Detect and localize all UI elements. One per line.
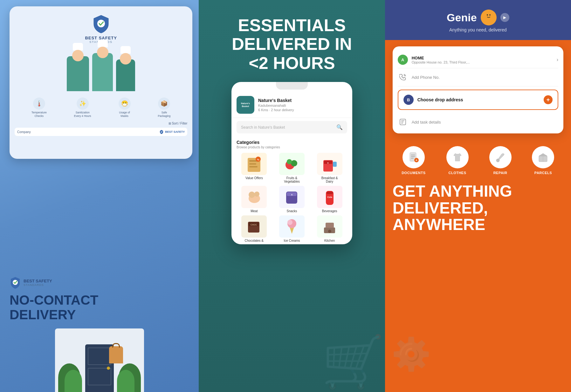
category-ice-creams-label: Ice Creams [284,239,300,242]
genie-cat-parcels[interactable]: PARCELS [532,146,554,175]
svg-point-16 [249,192,255,198]
documents-label: DOCUMENTS [402,171,425,175]
genie-avatar [481,10,497,25]
svg-rect-4 [249,163,256,165]
genie-categories-row: + DOCUMENTS CLOTHES REPAIR [385,140,571,178]
panel3-watermark: ⚙️ [391,335,431,373]
store-info: Nature's Basket Kadubeesanahalli 6 Kms ·… [258,98,294,112]
category-beverages[interactable]: Cola Beverages [312,186,347,213]
parcels-label: PARCELS [534,171,552,175]
category-fruits-veg[interactable]: Fruits &Vegetables [274,153,310,183]
svg-text:+: + [416,159,417,162]
no-contact-title: NO-CONTACT DELIVERY [10,293,98,322]
sort-filter-bar[interactable]: ⊞ Sort / Filter [15,122,187,125]
svg-text:K: K [327,162,329,164]
phone-notch [276,82,308,90]
svg-point-17 [254,192,259,197]
safety-item-sanitization: ✨ SanitizationEvery 4 Hours [74,98,91,118]
play-button[interactable]: ▶ [500,13,509,22]
svg-point-47 [496,159,499,162]
clothes-label: CLOTHES [448,171,466,175]
genie-cat-repair[interactable]: REPAIR [489,146,512,175]
svg-text:a: a [292,193,293,196]
category-value-offers[interactable]: % Value Offers [237,153,272,183]
drop-address-label: Choose drop address [417,97,540,102]
genie-app-name: Genie [447,11,477,24]
best-safety-label: BEST SAFETY [165,130,185,133]
category-grid: % Value Offers Fruits &Vegetables K [237,153,347,242]
categories-title: Categories [237,140,347,145]
repair-icon [489,146,512,168]
categories-section: Categories Browse products by categories… [231,137,352,244]
svg-point-29 [287,220,292,225]
store-location: Kadubeesanahalli [258,104,294,107]
headline-line3: <2 HOURS [232,54,352,72]
svg-rect-22 [327,192,333,194]
category-snacks[interactable]: a Snacks [274,186,310,213]
task-label: Add task details [412,120,441,125]
headline-line1: ESSENTIALS [232,16,352,35]
svg-point-32 [328,230,331,233]
essentials-headline: ESSENTIALS DELIVERED IN <2 HOURS [219,0,365,82]
get-anything-title: GET ANYTHING DELIVERED, ANYWHERE [385,178,571,233]
store-logo: Nature'sBasket [237,96,254,114]
safety-badge: BEST SAFETY STANDARDS [10,276,98,289]
category-breakfast[interactable]: K Breakfast &Dairy [312,153,347,183]
address-detail: Opposite House no. 23, Third Floor,... [412,60,553,64]
category-kitchen-label: Kitchen [324,239,335,242]
address-arrow-icon: › [557,57,558,63]
address-info: HOME Opposite House no. 23, Third Floor,… [412,56,553,64]
phone-row[interactable]: Add Phone No. [398,68,558,86]
category-snacks-label: Snacks [287,209,297,213]
phone-mockup-2: Nature'sBasket Nature's Basket Kadubeesa… [231,82,352,244]
shield-icon [93,15,110,34]
category-ice-creams[interactable]: Ice Creams [274,215,310,242]
search-bar[interactable]: Search in Nature's Basket 🔍 [237,121,347,133]
plus-button[interactable]: + [544,95,553,104]
category-fruits-veg-label: Fruits &Vegetables [284,176,300,183]
panel-essentials: 🛒 ESSENTIALS DELIVERED IN <2 HOURS Natur… [199,0,385,392]
panel1-bottom-content: BEST SAFETY STANDARDS NO-CONTACT DELIVER… [10,276,98,322]
store-name: Nature's Basket [258,98,294,103]
task-icon [398,117,408,127]
task-row[interactable]: Add task details [398,113,558,128]
svg-point-0 [97,20,105,27]
store-distance: 6 Kms · 2 hour delivery [258,108,294,112]
search-placeholder: Search in Nature's Basket [241,125,334,130]
phone-label: Add Phone No. [412,75,440,80]
parcels-icon [532,146,554,168]
category-chocolates[interactable]: CHOC Chocolates & [237,215,272,242]
address-circle-a: A [398,55,408,65]
svg-rect-14 [333,162,337,167]
category-meat[interactable]: Meat [237,186,272,213]
category-kitchen[interactable]: Kitchen [312,215,347,242]
company-bar: Company BEST SAFETY [15,128,187,136]
safety-badge-sub: STANDARDS [24,283,52,287]
svg-point-10 [287,159,292,164]
genie-tagline: Anything you need, delivered [449,27,507,32]
category-breakfast-label: Breakfast &Dairy [321,176,338,183]
svg-text:%: % [257,158,259,161]
svg-point-9 [291,160,297,166]
home-address-row[interactable]: A HOME Opposite House no. 23, Third Floo… [398,51,558,68]
sort-filter-label[interactable]: ⊞ Sort / Filter [169,122,188,125]
documents-icon: + [402,146,425,168]
drop-circle-b: B [403,95,414,105]
company-label: Company [17,130,31,134]
drop-address-row[interactable]: B Choose drop address + [398,90,558,110]
genie-cat-clothes[interactable]: CLOTHES [446,146,469,175]
door-scene [39,316,160,392]
category-value-offers-label: Value Offers [245,176,263,180]
safety-badge-text: BEST SAFETY [24,279,52,283]
svg-rect-31 [326,223,334,228]
address-type: HOME [412,56,553,60]
svg-point-35 [487,14,488,16]
clothes-icon [446,146,469,168]
genie-cat-documents[interactable]: + DOCUMENTS [402,146,425,175]
genie-title-row: Genie ▶ [447,10,509,25]
chefs-illustration [15,47,187,91]
svg-point-33 [485,12,492,19]
repair-label: REPAIR [493,171,507,175]
basket-watermark: 🛒 [321,332,385,392]
store-header: Nature'sBasket Nature's Basket Kadubeesa… [231,92,352,118]
